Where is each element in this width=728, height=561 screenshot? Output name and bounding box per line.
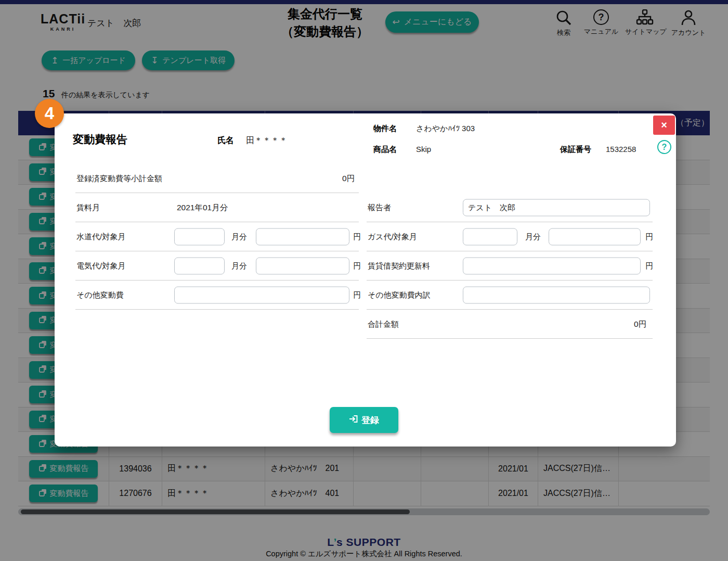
gas-month-suffix: 月分 <box>525 232 541 241</box>
electric-row: 電気代/対象月 月分 円 <box>75 251 359 280</box>
renewal-fee-label: 賃貸借契約更新料 <box>368 261 430 271</box>
renewal-yen-suffix: 円 <box>645 261 653 271</box>
reporter-label: 報告者 <box>368 202 391 212</box>
property-value: さわやかﾊｲﾂ 303 <box>416 124 475 134</box>
total-label: 合計金額 <box>368 319 399 329</box>
electric-month-suffix: 月分 <box>231 261 247 271</box>
water-month-suffix: 月分 <box>231 232 247 241</box>
other-expense-input[interactable] <box>174 286 349 303</box>
rent-month-label: 賃料月 <box>76 202 100 212</box>
name-value: 田＊＊＊＊ <box>246 135 288 146</box>
guarantee-number-value: 1532258 <box>606 145 636 154</box>
gas-amount-input[interactable] <box>549 228 641 245</box>
subtotal-row: 登録済変動費等小計金額 0円 <box>75 164 359 193</box>
electric-label: 電気代/対象月 <box>76 261 125 271</box>
other-detail-label: その他変動費内訳 <box>368 290 431 300</box>
other-detail-input[interactable] <box>463 286 650 303</box>
rent-month-row: 賃料月 2021年01月分 <box>75 193 359 222</box>
water-row: 水道代/対象月 月分 円 <box>75 222 359 251</box>
gas-month-input[interactable] <box>463 228 517 245</box>
total-value: 0円 <box>634 318 646 329</box>
register-button-label: 登録 <box>361 414 379 426</box>
page: LACTii KANRI テスト 次郎 集金代行一覧 （変動費報告） ↩ メニュ… <box>0 0 728 561</box>
gas-row: ガス代/対象月 月分 円 <box>367 222 653 251</box>
water-month-input[interactable] <box>174 228 225 245</box>
other-expense-row: その他変動費 円 <box>75 280 359 310</box>
renewal-fee-row: 賃貸借契約更新料 円 <box>367 251 653 280</box>
form-right-column: 報告者 ガス代/対象月 月分 円 賃貸借契約更新料 円 その他変動費内訳 合計金… <box>367 193 653 339</box>
close-icon[interactable]: × <box>653 116 675 135</box>
property-label: 物件名 <box>373 124 397 134</box>
register-button[interactable]: 登録 <box>330 407 398 433</box>
water-amount-input[interactable] <box>256 228 349 245</box>
subtotal-value: 0円 <box>342 173 355 184</box>
other-detail-row: その他変動費内訳 <box>367 280 653 310</box>
other-expense-label: その他変動費 <box>76 290 124 300</box>
subtotal-label: 登録済変動費等小計金額 <box>76 173 162 183</box>
rent-month-value: 2021年01月分 <box>177 202 228 213</box>
step-badge: 4 <box>35 99 64 128</box>
name-label: 氏名 <box>217 135 234 146</box>
reporter-row: 報告者 <box>367 193 653 222</box>
form-left-column: 登録済変動費等小計金額 0円 賃料月 2021年01月分 水道代/対象月 月分 … <box>75 164 359 310</box>
product-value: Skip <box>416 145 431 154</box>
electric-month-input[interactable] <box>174 257 225 274</box>
renewal-fee-input[interactable] <box>463 257 641 274</box>
electric-yen-suffix: 円 <box>353 261 361 271</box>
product-label: 商品名 <box>373 145 397 155</box>
gas-label: ガス代/対象月 <box>368 232 417 241</box>
total-row: 合計金額 0円 <box>367 310 653 339</box>
variable-expense-report-modal: × ? 変動費報告 氏名 田＊＊＊＊ 物件名 さわやかﾊｲﾂ 303 商品名 S… <box>55 113 676 447</box>
modal-title: 変動費報告 <box>73 132 127 147</box>
sign-in-icon <box>349 415 358 426</box>
water-yen-suffix: 円 <box>353 232 361 241</box>
reporter-input[interactable] <box>463 199 650 216</box>
help-icon[interactable]: ? <box>657 140 671 154</box>
other-yen-suffix: 円 <box>353 290 361 300</box>
gas-yen-suffix: 円 <box>645 232 653 241</box>
water-label: 水道代/対象月 <box>76 232 125 241</box>
electric-amount-input[interactable] <box>256 257 349 274</box>
guarantee-number-label: 保証番号 <box>560 145 591 155</box>
